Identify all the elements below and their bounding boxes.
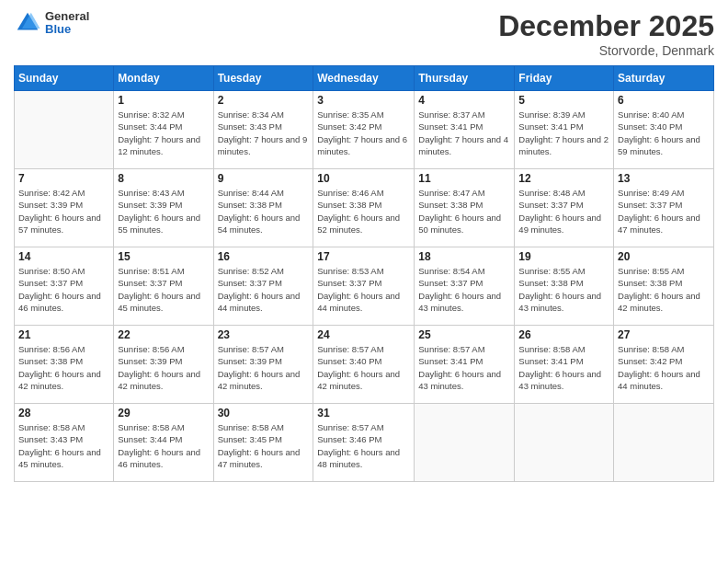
sunrise-text: Sunrise: 8:39 AM bbox=[518, 109, 609, 121]
sunrise-text: Sunrise: 8:51 AM bbox=[118, 265, 209, 277]
calendar-cell: 13Sunrise: 8:49 AMSunset: 3:37 PMDayligh… bbox=[614, 169, 714, 247]
day-number: 28 bbox=[18, 407, 109, 419]
sunset-text: Sunset: 3:38 PM bbox=[518, 277, 609, 289]
sunset-text: Sunset: 3:37 PM bbox=[218, 277, 310, 289]
calendar-cell: 1Sunrise: 8:32 AMSunset: 3:44 PMDaylight… bbox=[114, 91, 213, 169]
sunrise-text: Sunrise: 8:55 AM bbox=[518, 265, 609, 277]
calendar-cell bbox=[15, 91, 114, 169]
daylight-text: Daylight: 7 hours and 6 minutes. bbox=[317, 133, 410, 158]
day-info: Sunrise: 8:37 AMSunset: 3:41 PMDaylight:… bbox=[418, 109, 510, 157]
daylight-text: Daylight: 6 hours and 45 minutes. bbox=[18, 446, 109, 471]
day-number: 16 bbox=[218, 250, 310, 263]
daylight-text: Daylight: 6 hours and 43 minutes. bbox=[418, 290, 510, 315]
calendar-cell: 14Sunrise: 8:50 AMSunset: 3:37 PMDayligh… bbox=[15, 247, 114, 326]
daylight-text: Daylight: 6 hours and 47 minutes. bbox=[218, 446, 310, 471]
daylight-text: Daylight: 7 hours and 4 minutes. bbox=[418, 133, 510, 158]
day-number: 5 bbox=[518, 94, 609, 107]
day-info: Sunrise: 8:49 AMSunset: 3:37 PMDaylight:… bbox=[618, 187, 710, 236]
calendar-cell: 24Sunrise: 8:57 AMSunset: 3:40 PMDayligh… bbox=[313, 326, 415, 404]
daylight-text: Daylight: 6 hours and 59 minutes. bbox=[618, 133, 710, 158]
calendar-table: Sunday Monday Tuesday Wednesday Thursday… bbox=[14, 65, 714, 482]
day-info: Sunrise: 8:34 AMSunset: 3:43 PMDaylight:… bbox=[218, 109, 310, 157]
sunrise-text: Sunrise: 8:57 AM bbox=[218, 343, 310, 355]
calendar-cell: 9Sunrise: 8:44 AMSunset: 3:38 PMDaylight… bbox=[213, 169, 313, 247]
header-row: Sunday Monday Tuesday Wednesday Thursday… bbox=[15, 66, 714, 91]
sunrise-text: Sunrise: 8:42 AM bbox=[18, 187, 109, 199]
day-number: 7 bbox=[18, 172, 109, 185]
day-info: Sunrise: 8:54 AMSunset: 3:37 PMDaylight:… bbox=[418, 265, 510, 314]
title-area: December 2025 Storvorde, Denmark bbox=[498, 9, 714, 58]
sunset-text: Sunset: 3:44 PM bbox=[118, 121, 209, 132]
calendar-cell: 2Sunrise: 8:34 AMSunset: 3:43 PMDaylight… bbox=[213, 91, 313, 169]
daylight-text: Daylight: 6 hours and 46 minutes. bbox=[118, 446, 209, 471]
day-number: 17 bbox=[317, 250, 410, 263]
day-number: 30 bbox=[218, 407, 310, 419]
sunrise-text: Sunrise: 8:40 AM bbox=[618, 109, 710, 121]
day-info: Sunrise: 8:32 AMSunset: 3:44 PMDaylight:… bbox=[118, 109, 209, 157]
page-title: December 2025 bbox=[498, 9, 714, 43]
col-friday: Friday bbox=[515, 66, 614, 91]
sunrise-text: Sunrise: 8:58 AM bbox=[518, 343, 609, 355]
sunrise-text: Sunrise: 8:32 AM bbox=[118, 109, 209, 121]
daylight-text: Daylight: 6 hours and 49 minutes. bbox=[518, 212, 609, 236]
day-info: Sunrise: 8:57 AMSunset: 3:41 PMDaylight:… bbox=[418, 343, 510, 392]
day-number: 11 bbox=[418, 172, 510, 185]
calendar-cell: 6Sunrise: 8:40 AMSunset: 3:40 PMDaylight… bbox=[614, 91, 714, 169]
day-info: Sunrise: 8:46 AMSunset: 3:38 PMDaylight:… bbox=[317, 187, 410, 236]
day-number: 31 bbox=[317, 407, 410, 419]
day-number: 19 bbox=[518, 250, 609, 263]
calendar-cell bbox=[515, 404, 614, 482]
day-info: Sunrise: 8:42 AMSunset: 3:39 PMDaylight:… bbox=[18, 187, 109, 236]
calendar-week-3: 21Sunrise: 8:56 AMSunset: 3:38 PMDayligh… bbox=[15, 326, 714, 404]
day-number: 10 bbox=[317, 172, 410, 185]
sunset-text: Sunset: 3:45 PM bbox=[218, 433, 310, 445]
calendar-week-4: 28Sunrise: 8:58 AMSunset: 3:43 PMDayligh… bbox=[15, 404, 714, 482]
day-number: 20 bbox=[618, 250, 710, 263]
day-number: 15 bbox=[118, 250, 209, 263]
day-info: Sunrise: 8:58 AMSunset: 3:41 PMDaylight:… bbox=[518, 343, 609, 392]
calendar-cell: 17Sunrise: 8:53 AMSunset: 3:37 PMDayligh… bbox=[313, 247, 415, 326]
sunset-text: Sunset: 3:39 PM bbox=[218, 355, 310, 367]
calendar-cell: 16Sunrise: 8:52 AMSunset: 3:37 PMDayligh… bbox=[213, 247, 313, 326]
day-number: 9 bbox=[218, 172, 310, 185]
day-number: 12 bbox=[518, 172, 609, 185]
sunset-text: Sunset: 3:39 PM bbox=[18, 199, 109, 211]
sunset-text: Sunset: 3:39 PM bbox=[118, 199, 209, 211]
sunrise-text: Sunrise: 8:56 AM bbox=[18, 343, 109, 355]
calendar-cell: 5Sunrise: 8:39 AMSunset: 3:41 PMDaylight… bbox=[515, 91, 614, 169]
day-info: Sunrise: 8:58 AMSunset: 3:45 PMDaylight:… bbox=[218, 421, 310, 470]
sunrise-text: Sunrise: 8:52 AM bbox=[218, 265, 310, 277]
calendar-week-2: 14Sunrise: 8:50 AMSunset: 3:37 PMDayligh… bbox=[15, 247, 714, 326]
calendar-cell: 31Sunrise: 8:57 AMSunset: 3:46 PMDayligh… bbox=[313, 404, 415, 482]
calendar-week-0: 1Sunrise: 8:32 AMSunset: 3:44 PMDaylight… bbox=[15, 91, 714, 169]
sunrise-text: Sunrise: 8:53 AM bbox=[317, 265, 410, 277]
day-info: Sunrise: 8:52 AMSunset: 3:37 PMDaylight:… bbox=[218, 265, 310, 314]
sunset-text: Sunset: 3:37 PM bbox=[418, 277, 510, 289]
day-info: Sunrise: 8:51 AMSunset: 3:37 PMDaylight:… bbox=[118, 265, 209, 314]
calendar-cell: 26Sunrise: 8:58 AMSunset: 3:41 PMDayligh… bbox=[515, 326, 614, 404]
daylight-text: Daylight: 6 hours and 42 minutes. bbox=[18, 368, 109, 393]
calendar-cell: 29Sunrise: 8:58 AMSunset: 3:44 PMDayligh… bbox=[114, 404, 213, 482]
calendar-cell: 19Sunrise: 8:55 AMSunset: 3:38 PMDayligh… bbox=[515, 247, 614, 326]
day-number: 8 bbox=[118, 172, 209, 185]
col-wednesday: Wednesday bbox=[313, 66, 415, 91]
day-number: 18 bbox=[418, 250, 510, 263]
col-monday: Monday bbox=[114, 66, 213, 91]
day-info: Sunrise: 8:40 AMSunset: 3:40 PMDaylight:… bbox=[618, 109, 710, 157]
day-number: 13 bbox=[618, 172, 710, 185]
sunrise-text: Sunrise: 8:57 AM bbox=[317, 421, 410, 433]
sunset-text: Sunset: 3:37 PM bbox=[317, 277, 410, 289]
daylight-text: Daylight: 6 hours and 55 minutes. bbox=[118, 212, 209, 236]
day-info: Sunrise: 8:44 AMSunset: 3:38 PMDaylight:… bbox=[218, 187, 310, 236]
day-info: Sunrise: 8:55 AMSunset: 3:38 PMDaylight:… bbox=[618, 265, 710, 314]
calendar-header: Sunday Monday Tuesday Wednesday Thursday… bbox=[15, 66, 714, 91]
sunrise-text: Sunrise: 8:50 AM bbox=[18, 265, 109, 277]
daylight-text: Daylight: 6 hours and 43 minutes. bbox=[418, 368, 510, 393]
logo-general: General bbox=[45, 10, 89, 23]
calendar-cell bbox=[614, 404, 714, 482]
day-number: 23 bbox=[218, 328, 310, 341]
day-info: Sunrise: 8:58 AMSunset: 3:43 PMDaylight:… bbox=[18, 421, 109, 470]
logo-icon bbox=[14, 9, 41, 37]
sunset-text: Sunset: 3:38 PM bbox=[418, 199, 510, 211]
daylight-text: Daylight: 6 hours and 52 minutes. bbox=[317, 212, 410, 236]
